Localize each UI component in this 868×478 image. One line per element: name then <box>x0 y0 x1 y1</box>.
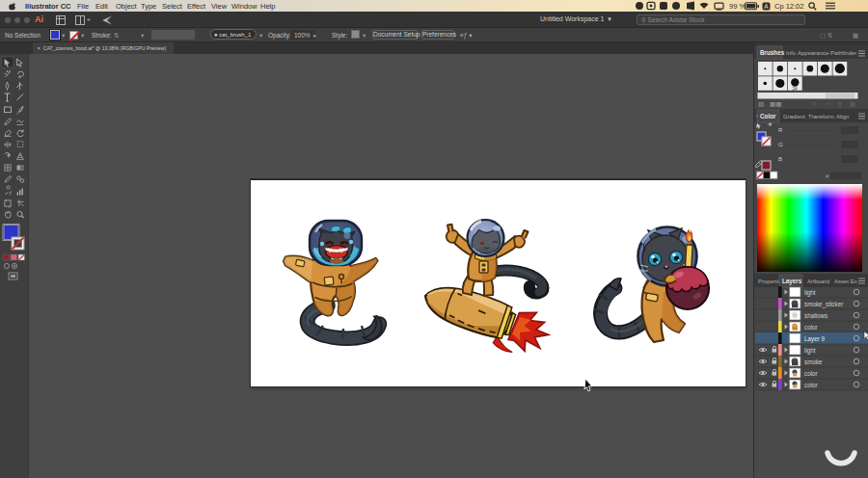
svg-text:Layers: Layers <box>782 278 802 285</box>
svg-text:24: 24 <box>793 87 799 92</box>
svg-text:Brushes: Brushes <box>760 49 785 56</box>
svg-text:smoke_sticker: smoke_sticker <box>804 301 843 308</box>
svg-text:Layer 9: Layer 9 <box>804 335 826 343</box>
svg-text:color: color <box>804 370 818 377</box>
svg-text:R: R <box>778 127 783 133</box>
svg-text:Asset Ex: Asset Ex <box>834 279 857 284</box>
svg-text:✎: ✎ <box>812 100 817 107</box>
svg-text:Artboard: Artboard <box>807 279 829 284</box>
svg-text:Color: Color <box>760 113 776 120</box>
svg-text:G: G <box>778 142 783 147</box>
svg-text:B: B <box>778 156 782 162</box>
svg-text:▭: ▭ <box>826 100 831 107</box>
svg-text:color: color <box>804 382 818 388</box>
svg-text:A: A <box>764 3 769 10</box>
svg-text:Appearance: Appearance <box>798 50 829 56</box>
svg-text:▩▩: ▩▩ <box>770 100 781 107</box>
svg-text:▩: ▩ <box>850 100 855 107</box>
svg-text:‹: ‹ <box>756 113 758 120</box>
svg-text:shallows: shallows <box>804 312 827 319</box>
svg-text:Info: Info <box>786 50 797 56</box>
svg-text:#: # <box>826 173 829 179</box>
svg-text:smoke: smoke <box>804 358 823 365</box>
svg-text:light: light <box>804 289 816 297</box>
svg-text:Align: Align <box>836 114 849 120</box>
svg-text:Transform: Transform <box>808 114 834 120</box>
svg-text:Gradient: Gradient <box>783 114 805 120</box>
svg-text:▧.: ▧. <box>758 100 766 107</box>
svg-text:light: light <box>804 347 816 355</box>
svg-text:▯: ▯ <box>838 100 842 107</box>
svg-text:color: color <box>804 324 818 331</box>
svg-text:99 %: 99 % <box>729 2 746 11</box>
svg-text:Pathfinder: Pathfinder <box>830 50 856 56</box>
svg-text:Propertie: Propertie <box>758 279 782 284</box>
